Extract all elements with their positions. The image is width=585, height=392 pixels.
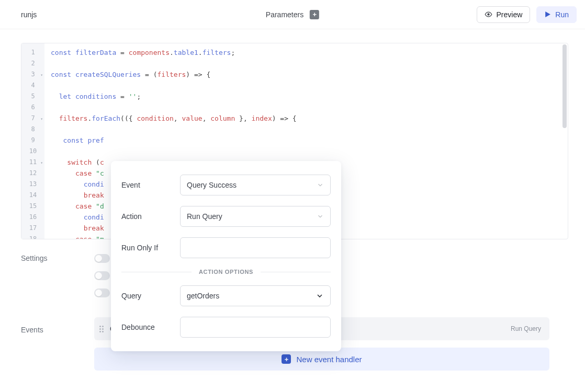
code-line[interactable]: const pref <box>51 135 561 146</box>
code-line[interactable]: let conditions = ''; <box>51 91 561 102</box>
query-select[interactable]: getOrders <box>180 285 331 306</box>
line-number: 1 <box>21 47 44 58</box>
main: 123456789101112131415161718 const filter… <box>0 29 585 392</box>
line-number: 12 <box>21 168 44 179</box>
chevron-down-icon <box>316 292 324 300</box>
line-number: 13 <box>21 179 44 190</box>
plus-icon: + <box>282 354 291 364</box>
event-config-popup: Event Query Success Action Run Query Run… <box>111 161 341 351</box>
line-number: 16 <box>21 212 44 223</box>
query-field-label: Query <box>121 292 174 300</box>
scrollbar-thumb[interactable] <box>562 44 567 128</box>
action-field-label: Action <box>121 212 174 221</box>
setting-toggle-1[interactable] <box>94 254 110 263</box>
run-button[interactable]: Run <box>536 6 577 23</box>
topbar: runjs Parameters + Preview Run <box>0 0 585 29</box>
event-field-label: Event <box>121 181 174 189</box>
events-label: Events <box>21 324 94 334</box>
code-line[interactable] <box>51 102 561 113</box>
topbar-center: Parameters + <box>266 10 319 19</box>
parameters-label: Parameters <box>266 10 303 19</box>
add-parameter-icon[interactable]: + <box>310 10 319 19</box>
run-only-if-label: Run Only If <box>121 244 174 252</box>
drag-handle-icon[interactable] <box>99 326 104 332</box>
line-number: 15 <box>21 201 44 212</box>
code-line[interactable]: const createSQLQueries = (filters) => { <box>51 69 561 80</box>
line-number: 18 <box>21 234 44 239</box>
code-gutter: 123456789101112131415161718 <box>21 43 44 239</box>
run-only-if-input[interactable] <box>180 237 331 258</box>
event-select[interactable]: Query Success <box>180 175 331 195</box>
code-line[interactable] <box>51 146 561 157</box>
line-number: 7 <box>21 113 44 124</box>
line-number: 10 <box>21 146 44 157</box>
query-name[interactable]: runjs <box>21 10 37 19</box>
line-number: 11 <box>21 157 44 168</box>
line-number: 5 <box>21 91 44 102</box>
line-number: 2 <box>21 58 44 69</box>
settings-label: Settings <box>21 252 94 262</box>
svg-point-0 <box>487 14 489 15</box>
line-number: 3 <box>21 69 44 80</box>
setting-toggle-3[interactable] <box>94 289 110 297</box>
play-icon <box>544 11 551 18</box>
line-number: 8 <box>21 124 44 135</box>
line-number: 14 <box>21 190 44 201</box>
action-select[interactable]: Run Query <box>180 206 331 227</box>
line-number: 9 <box>21 135 44 146</box>
eye-icon <box>485 10 492 18</box>
code-line[interactable] <box>51 124 561 135</box>
code-line[interactable]: const filterData = components.table1.fil… <box>51 47 561 58</box>
preview-button[interactable]: Preview <box>477 6 531 23</box>
line-number: 6 <box>21 102 44 113</box>
code-line[interactable]: filters.forEach(({ condition, value, col… <box>51 113 561 124</box>
code-line[interactable] <box>51 80 561 91</box>
line-number: 4 <box>21 80 44 91</box>
code-line[interactable] <box>51 58 561 69</box>
setting-toggle-2[interactable] <box>94 271 110 280</box>
debounce-field-label: Debounce <box>121 323 174 331</box>
debounce-input[interactable] <box>180 317 331 338</box>
action-options-divider: ACTION OPTIONS <box>121 269 331 275</box>
chevron-down-icon <box>317 181 324 189</box>
chevron-down-icon <box>317 213 324 220</box>
line-number: 17 <box>21 223 44 234</box>
event-row-action: Run Query <box>511 325 541 332</box>
